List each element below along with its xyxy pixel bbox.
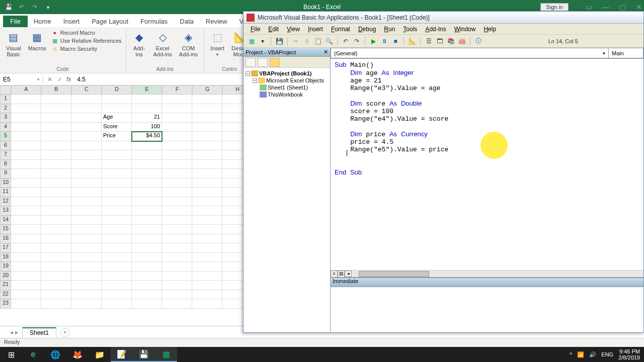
- cell-D11[interactable]: [102, 188, 132, 197]
- cell-A4[interactable]: [11, 123, 41, 132]
- cell-F23[interactable]: [162, 299, 192, 309]
- cell-F5[interactable]: [162, 132, 192, 141]
- cell-G23[interactable]: [192, 299, 222, 309]
- row-header-23[interactable]: 23: [0, 299, 11, 309]
- proj-view-object-button[interactable]: [258, 58, 268, 67]
- row-header-21[interactable]: 21: [0, 281, 11, 290]
- cell-E16[interactable]: [132, 234, 162, 244]
- record-macro-button[interactable]: ●Record Macro: [51, 29, 122, 36]
- cell-A12[interactable]: [11, 197, 41, 207]
- visual-basic-button[interactable]: ▤Visual Basic: [4, 29, 23, 58]
- cell-F16[interactable]: [162, 234, 192, 244]
- macro-security-button[interactable]: ⚠Macro Security: [51, 45, 122, 52]
- cell-A13[interactable]: [11, 206, 41, 216]
- taskbar-notepadpp-icon[interactable]: 📝: [111, 347, 133, 362]
- cell-D20[interactable]: [102, 272, 132, 281]
- cell-F17[interactable]: [162, 243, 192, 253]
- cell-E12[interactable]: [132, 197, 162, 207]
- vbe-reset-icon[interactable]: ■: [391, 37, 399, 45]
- cell-B10[interactable]: [41, 178, 71, 188]
- cell-E21[interactable]: [132, 281, 162, 290]
- select-all-corner[interactable]: [0, 85, 11, 95]
- cell-D9[interactable]: [102, 169, 132, 178]
- vbe-help-icon[interactable]: ⓘ: [474, 37, 482, 45]
- tray-up-icon[interactable]: ^: [570, 351, 572, 357]
- save-icon[interactable]: 💾: [4, 3, 13, 12]
- cell-F11[interactable]: [162, 188, 192, 197]
- cell-C1[interactable]: [71, 95, 102, 104]
- cell-B20[interactable]: [41, 272, 71, 281]
- cell-E13[interactable]: [132, 206, 162, 216]
- cell-D8[interactable]: [102, 160, 132, 169]
- col-header-D[interactable]: D: [102, 85, 132, 95]
- enter-formula-icon[interactable]: ✓: [57, 76, 62, 83]
- cell-C17[interactable]: [71, 243, 102, 253]
- excel-addins-button[interactable]: ◇Excel Add-ins: [151, 29, 174, 58]
- vbe-properties-icon[interactable]: 🗔: [436, 37, 444, 45]
- cell-B7[interactable]: [41, 150, 71, 160]
- cell-D18[interactable]: [102, 253, 132, 262]
- cell-D2[interactable]: [102, 104, 132, 114]
- ribbon-options-icon[interactable]: ▭: [586, 3, 592, 11]
- cell-D6[interactable]: [102, 141, 132, 151]
- cell-E8[interactable]: [132, 160, 162, 169]
- project-tree[interactable]: −VBAProject (Book1) −Microsoft Excel Obj…: [244, 68, 330, 332]
- vbe-menu-format[interactable]: Format: [328, 25, 353, 34]
- cell-F14[interactable]: [162, 216, 192, 225]
- vbe-design-icon[interactable]: 📐: [408, 37, 416, 45]
- cell-A17[interactable]: [11, 243, 41, 253]
- tab-data[interactable]: Data: [174, 16, 199, 27]
- col-header-B[interactable]: B: [41, 85, 71, 95]
- cell-C21[interactable]: [71, 281, 102, 290]
- cell-E9[interactable]: [132, 169, 162, 178]
- cell-C12[interactable]: [71, 197, 102, 207]
- proj-view-code-button[interactable]: [246, 58, 256, 67]
- row-header-12[interactable]: 12: [0, 197, 11, 207]
- row-header-19[interactable]: 19: [0, 262, 11, 272]
- cell-B4[interactable]: [41, 123, 71, 132]
- taskbar-excel-icon[interactable]: ▦: [155, 347, 177, 362]
- cell-D13[interactable]: [102, 206, 132, 216]
- cell-D14[interactable]: [102, 216, 132, 225]
- tray-network-icon[interactable]: 📶: [577, 351, 584, 358]
- cell-C22[interactable]: [71, 290, 102, 300]
- row-header-20[interactable]: 20: [0, 272, 11, 281]
- taskbar-app-icon[interactable]: 💾: [133, 347, 155, 362]
- vbe-menu-view[interactable]: View: [284, 25, 303, 34]
- cell-A5[interactable]: [11, 132, 41, 141]
- row-header-6[interactable]: 6: [0, 141, 11, 151]
- tree-folder-excel-objects[interactable]: −Microsoft Excel Objects: [246, 77, 328, 84]
- cell-D22[interactable]: [102, 290, 132, 300]
- cell-C3[interactable]: [71, 113, 102, 123]
- vbe-redo-icon[interactable]: ↷: [353, 37, 361, 45]
- row-header-15[interactable]: 15: [0, 225, 11, 234]
- col-header-A[interactable]: A: [11, 85, 41, 95]
- tab-home[interactable]: Home: [28, 16, 57, 27]
- col-header-E[interactable]: E: [132, 85, 162, 95]
- cell-B19[interactable]: [41, 262, 71, 272]
- sheet-nav[interactable]: ◂▸: [10, 329, 18, 336]
- cell-C11[interactable]: [71, 188, 102, 197]
- row-header-10[interactable]: 10: [0, 178, 11, 188]
- vbe-menu-addins[interactable]: Add-Ins: [422, 25, 449, 34]
- cell-F3[interactable]: [162, 113, 192, 123]
- taskbar-edge-icon[interactable]: e: [22, 347, 44, 362]
- vbe-run-icon[interactable]: ▶: [369, 37, 377, 45]
- tab-insert[interactable]: Insert: [57, 16, 86, 27]
- cell-E19[interactable]: [132, 262, 162, 272]
- cell-B14[interactable]: [41, 216, 71, 225]
- cell-A9[interactable]: [11, 169, 41, 178]
- code-editor[interactable]: Sub Main() Dim age As Integer age = 21 R…: [331, 59, 643, 270]
- cell-B23[interactable]: [41, 299, 71, 309]
- cell-G7[interactable]: [192, 150, 222, 160]
- row-header-4[interactable]: 4: [0, 123, 11, 132]
- tree-project[interactable]: −VBAProject (Book1): [246, 70, 328, 77]
- code-object-dropdown[interactable]: (General)▾: [331, 48, 608, 58]
- cell-D12[interactable]: [102, 197, 132, 207]
- tab-formulas[interactable]: Formulas: [134, 16, 174, 27]
- cell-G8[interactable]: [192, 160, 222, 169]
- vbe-find-icon[interactable]: 🔍: [325, 37, 333, 45]
- vbe-project-explorer-icon[interactable]: ☰: [425, 37, 433, 45]
- fx-icon[interactable]: fx: [66, 76, 75, 83]
- cell-F13[interactable]: [162, 206, 192, 216]
